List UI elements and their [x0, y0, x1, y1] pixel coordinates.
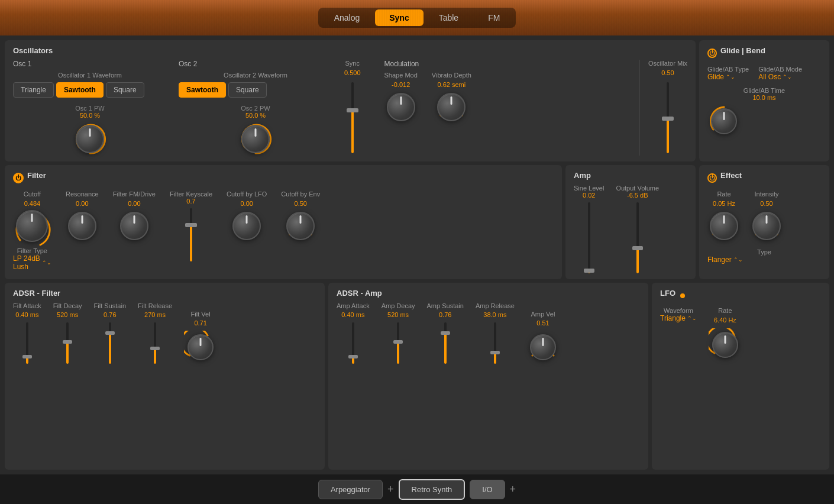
sine-level-label: Sine Level	[574, 185, 604, 192]
oscillators-panel: Oscillators Osc 1 Oscillator 1 Waveform …	[5, 40, 696, 161]
vibrato-depth-knob[interactable]	[437, 93, 466, 121]
glide-power-icon[interactable]: ⏻	[707, 49, 717, 58]
filt-release-label: Filt Release	[138, 302, 172, 309]
retro-synth-button[interactable]: Retro Synth	[399, 479, 466, 500]
filt-sustain-slider[interactable]	[109, 322, 111, 364]
sync-slider-thumb[interactable]	[347, 108, 358, 112]
lfo-rate-knob-wrap[interactable]	[709, 328, 742, 361]
filter-power-icon[interactable]: ⏻	[13, 173, 24, 183]
osc1-wave-square[interactable]: Square	[106, 82, 144, 98]
filt-decay-thumb[interactable]	[63, 340, 72, 344]
osc-mix-label: Oscillator Mix	[648, 60, 687, 67]
amp-sustain-thumb[interactable]	[441, 331, 450, 335]
effect-intensity-container: Intensity 0.50	[750, 190, 783, 243]
filter-cutoff-knob-wrap[interactable]	[15, 209, 49, 243]
amp-vel-knob[interactable]	[530, 334, 556, 360]
cutoff-lfo-knob[interactable]	[232, 212, 261, 240]
filt-release-thumb[interactable]	[150, 347, 160, 350]
amp-release-thumb[interactable]	[490, 351, 500, 354]
amp-decay-value: 520 ms	[387, 311, 409, 318]
filter-cutoff-col: Cutoff 0.484 Filter Type	[13, 190, 51, 271]
tab-sync[interactable]: Sync	[375, 9, 423, 26]
cutoff-env-container: Cutoff by Env 0.50	[281, 190, 320, 243]
amp-decay-slider[interactable]	[397, 322, 399, 364]
cutoff-lfo-container: Cutoff by LFO 0.00	[227, 190, 267, 243]
cutoff-lfo-knob-wrap[interactable]	[230, 209, 263, 243]
adsr-filter-decay: Filt Decay 520 ms	[53, 302, 82, 364]
effect-rate-knob-wrap[interactable]	[707, 209, 741, 243]
tab-analog[interactable]: Analog	[320, 9, 374, 26]
osc1-pw-knob[interactable]	[76, 125, 104, 153]
filter-keyscale-slider[interactable]	[190, 208, 192, 261]
filt-decay-slider[interactable]	[66, 322, 69, 364]
osc1-wave-triangle[interactable]: Triangle	[13, 82, 54, 98]
osc-mix-slider[interactable]	[667, 82, 669, 153]
adsr-amp-panel: ADSR - Amp Amp Attack 0.40 ms Amp Decay …	[328, 283, 648, 470]
output-volume-slider[interactable]	[636, 202, 639, 273]
amp-attack-thumb[interactable]	[348, 355, 358, 358]
adsr-filter-vel: Filt Vel 0.71	[184, 311, 217, 364]
cutoff-env-knob-wrap[interactable]	[284, 209, 317, 243]
mod-inner: Shape Mod -0.012 Vibrato Depth 0	[384, 72, 625, 124]
filt-attack-slider[interactable]	[26, 322, 28, 364]
osc2-wave-square[interactable]: Square	[228, 82, 267, 98]
sine-level-slider[interactable]	[588, 202, 590, 273]
amp-attack-value: 0.40 ms	[341, 311, 364, 318]
filter-fm-drive-knob-wrap[interactable]	[118, 209, 151, 243]
filt-attack-thumb[interactable]	[22, 355, 32, 358]
filt-vel-knob[interactable]	[188, 334, 214, 360]
tab-table[interactable]: Table	[425, 9, 473, 26]
glide-mode-value[interactable]: All Osc ⌃⌄	[758, 73, 802, 81]
osc2-wave-sawtooth[interactable]: Sawtooth	[179, 82, 226, 98]
osc2-waveform-btns: Sawtooth Square	[179, 82, 332, 98]
adsr-amp-sustain: Amp Sustain 0.76	[427, 302, 464, 364]
cutoff-env-label: Cutoff by Env	[281, 190, 320, 198]
filter-keyscale-thumb[interactable]	[185, 223, 197, 227]
sine-level-thumb[interactable]	[584, 269, 594, 273]
osc1-pw-knob-wrap[interactable]	[73, 122, 106, 156]
tab-fm[interactable]: FM	[474, 9, 514, 26]
osc2-pw-knob[interactable]	[241, 125, 270, 153]
shape-mod-knob-wrap[interactable]	[384, 91, 418, 124]
glide-type-value[interactable]: Glide ⌃⌄	[707, 73, 749, 81]
filter-keyscale-container: Filter Keyscale 0.7	[170, 190, 212, 261]
taskbar-plus-2[interactable]: +	[510, 483, 516, 496]
amp-release-slider[interactable]	[494, 322, 496, 364]
osc-mix-thumb[interactable]	[662, 117, 674, 121]
amp-panel: Amp Sine Level 0.02 Output Volume -6.5 d…	[565, 165, 696, 279]
filter-resonance-knob-wrap[interactable]	[66, 209, 99, 243]
osc2-pw-knob-wrap[interactable]	[239, 122, 272, 156]
amp-vel-knob-wrap[interactable]	[526, 331, 560, 364]
arpeggiator-button[interactable]: Arpeggiator	[318, 480, 383, 499]
effect-power-icon[interactable]: ⏻	[707, 173, 717, 183]
filter-type-value[interactable]: LP 24dBLush ⌃⌄	[13, 254, 51, 271]
middle-row: ⏻ Filter Cutoff 0.484	[5, 165, 829, 279]
filt-sustain-thumb[interactable]	[105, 331, 115, 335]
filt-release-slider[interactable]	[154, 322, 156, 364]
adsr-amp-params: Amp Attack 0.40 ms Amp Decay 520 ms	[337, 302, 640, 364]
cutoff-env-knob[interactable]	[286, 212, 315, 240]
output-volume-thumb[interactable]	[632, 246, 643, 250]
vibrato-depth-knob-wrap[interactable]	[435, 91, 468, 124]
taskbar-plus-1[interactable]: +	[387, 483, 394, 496]
glide-time-knob-wrap[interactable]	[707, 105, 741, 138]
sine-level-container: Sine Level 0.02	[574, 185, 604, 273]
filter-fm-drive-knob[interactable]	[120, 212, 148, 240]
lfo-rate-knob[interactable]	[712, 332, 738, 358]
glide-time-knob[interactable]	[711, 108, 737, 134]
lfo-waveform-value[interactable]: Triangle ⌃⌄	[660, 314, 697, 322]
filt-vel-knob-wrap[interactable]	[184, 331, 217, 364]
shape-mod-knob[interactable]	[387, 93, 415, 121]
sync-slider-track[interactable]	[351, 82, 354, 153]
amp-attack-slider[interactable]	[352, 322, 354, 364]
effect-rate-knob[interactable]	[710, 212, 738, 240]
osc2-pw-knob-container	[179, 122, 332, 156]
effect-intensity-knob-wrap[interactable]	[750, 209, 783, 243]
filter-resonance-knob[interactable]	[68, 212, 96, 240]
amp-decay-thumb[interactable]	[393, 340, 403, 344]
amp-sustain-slider[interactable]	[444, 322, 447, 364]
osc1-wave-sawtooth[interactable]: Sawtooth	[56, 82, 104, 98]
io-button[interactable]: I/O	[470, 480, 505, 499]
effect-intensity-knob[interactable]	[752, 212, 781, 240]
effect-type-value[interactable]: Flanger ⌃⌄	[707, 256, 821, 264]
